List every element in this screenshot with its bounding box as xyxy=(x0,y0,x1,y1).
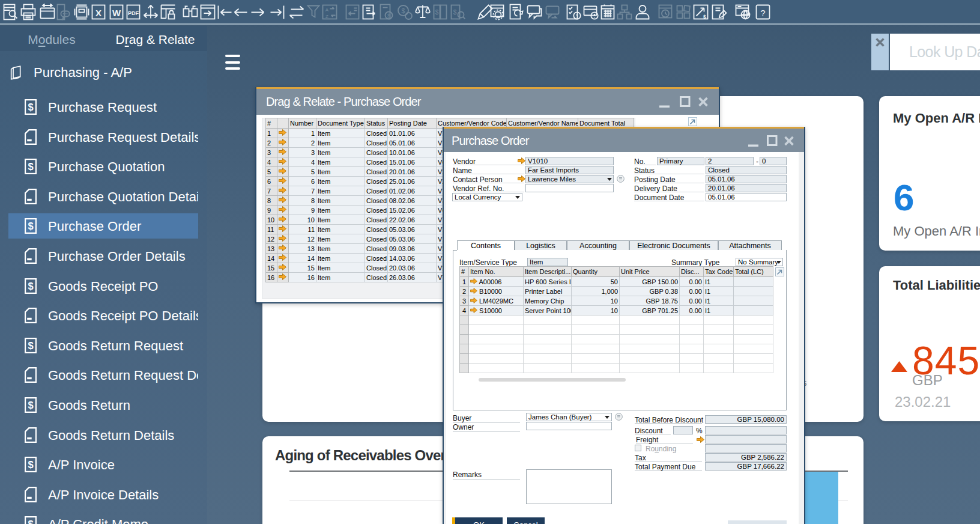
svg-text:W: W xyxy=(112,8,121,18)
svg-text:$: $ xyxy=(28,221,33,231)
svg-text:$: $ xyxy=(28,161,33,172)
svg-text:$: $ xyxy=(435,9,439,16)
svg-text:?: ? xyxy=(760,8,765,18)
svg-text:$: $ xyxy=(28,102,33,112)
svg-text:Z: Z xyxy=(325,14,328,19)
svg-text:PDF: PDF xyxy=(128,10,139,16)
svg-text:$: $ xyxy=(28,400,33,410)
svg-text:$: $ xyxy=(28,281,33,291)
svg-text:$: $ xyxy=(453,9,457,16)
svg-text:$: $ xyxy=(28,340,33,351)
svg-text:$: $ xyxy=(387,13,390,19)
svg-text:$: $ xyxy=(28,459,33,470)
svg-text:A: A xyxy=(325,7,329,13)
svg-text:$: $ xyxy=(703,14,706,20)
svg-text:$: $ xyxy=(401,7,405,14)
svg-text:$: $ xyxy=(28,519,33,524)
svg-text:X: X xyxy=(95,8,101,18)
